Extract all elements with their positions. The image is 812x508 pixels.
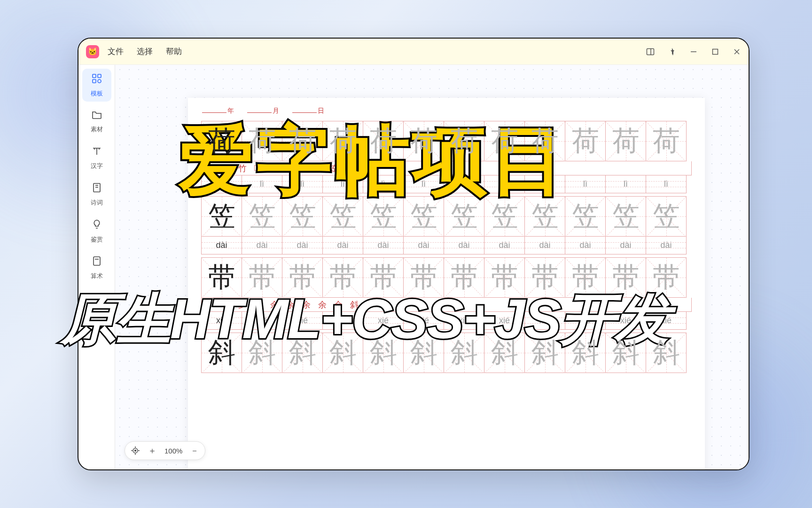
zoom-in-button[interactable]: ＋ — [145, 443, 160, 458]
type-icon — [92, 146, 102, 159]
char-glyph: 荷 — [653, 123, 680, 159]
pinyin-cell: lì — [606, 175, 646, 193]
char-glyph: 带 — [208, 259, 235, 296]
svg-point-9 — [98, 79, 101, 83]
char-cell: 带 — [646, 257, 687, 298]
char-glyph: 笠 — [531, 198, 559, 235]
sidebar-item-label: 诗词 — [91, 198, 103, 207]
char-glyph: 带 — [491, 259, 518, 296]
close-icon[interactable] — [733, 48, 741, 56]
char-glyph: 笠 — [370, 198, 397, 235]
char-glyph: 荷 — [249, 123, 276, 159]
char-glyph: 笠 — [612, 198, 640, 235]
char-glyph: 笠 — [249, 198, 276, 235]
char-cell: 笠 — [565, 196, 606, 237]
char-glyph: 斜 — [208, 334, 235, 371]
char-glyph: 笠 — [451, 198, 478, 235]
folder-icon — [92, 110, 102, 122]
char-glyph: 笠 — [653, 198, 680, 235]
svg-rect-3 — [713, 49, 718, 54]
pinyin-cell: dài — [484, 237, 525, 254]
char-glyph: 斜 — [451, 334, 478, 371]
char-glyph: 笠 — [208, 198, 235, 235]
sidebar-item-4[interactable]: 鉴赏 — [82, 214, 111, 247]
pin-icon[interactable] — [668, 48, 676, 56]
char-glyph: 斜 — [653, 334, 680, 371]
app-window: 🐱 文件 选择 帮助 模板素材汉字诗词鉴赏算术 — [78, 38, 750, 470]
char-cell: 荷 — [606, 121, 646, 161]
svg-rect-10 — [94, 183, 100, 192]
template-icon — [92, 73, 102, 87]
char-glyph: 荷 — [451, 123, 478, 159]
pinyin-cell: lì — [565, 175, 606, 193]
char-cell: 笠 — [646, 196, 687, 237]
pinyin-cell: dài — [444, 237, 484, 254]
sidebar-item-2[interactable]: 汉字 — [82, 141, 111, 174]
maximize-icon[interactable] — [711, 48, 719, 56]
char-glyph: 斜 — [491, 334, 518, 371]
bulb-icon — [92, 219, 102, 232]
char-glyph: 斜 — [572, 334, 599, 371]
char-glyph: 笠 — [289, 198, 316, 235]
sidebar-item-3[interactable]: 诗词 — [82, 178, 111, 211]
sidebar-item-1[interactable]: 素材 — [82, 105, 111, 137]
svg-rect-6 — [93, 74, 96, 78]
char-glyph: 荷 — [329, 123, 357, 159]
pinyin-cell: dài — [282, 237, 323, 254]
char-glyph: 带 — [289, 259, 316, 296]
char-glyph: 斜 — [410, 334, 437, 371]
char-glyph: 斜 — [329, 334, 357, 371]
char-glyph: 笠 — [491, 198, 518, 235]
pinyin-cell: dài — [242, 237, 282, 254]
minimize-icon[interactable] — [689, 48, 698, 56]
calc-icon — [92, 256, 102, 269]
svg-rect-0 — [647, 48, 654, 55]
pinyin-cell: dài — [202, 237, 242, 254]
menu-file[interactable]: 文件 — [108, 46, 124, 57]
pinyin-cell: dài — [646, 237, 687, 254]
sidebar-item-label: 鉴赏 — [91, 235, 103, 244]
char-glyph: 斜 — [531, 334, 559, 371]
book-icon — [92, 183, 102, 196]
locate-button[interactable] — [128, 443, 143, 458]
char-cell: 笠 — [606, 196, 646, 237]
svg-rect-7 — [98, 74, 101, 78]
char-glyph: 带 — [249, 259, 276, 296]
zoom-out-button[interactable]: － — [187, 443, 202, 458]
zoom-value: 100% — [162, 447, 185, 455]
char-glyph: 带 — [329, 259, 357, 296]
char-cell: 荷 — [565, 121, 606, 161]
sidebar-item-5[interactable]: 算术 — [82, 251, 111, 284]
pinyin-cell: dài — [323, 237, 363, 254]
char-glyph: 带 — [531, 259, 559, 296]
char-glyph: 荷 — [208, 123, 235, 159]
zoom-bar: ＋ 100% － — [125, 441, 205, 460]
app-logo: 🐱 — [86, 45, 99, 58]
titlebar: 🐱 文件 选择 帮助 — [78, 39, 749, 65]
char-glyph: 荷 — [612, 123, 640, 159]
char-glyph: 斜 — [289, 334, 316, 371]
sidebar-item-label: 汉字 — [91, 162, 103, 170]
char-glyph: 笠 — [329, 198, 357, 235]
char-glyph: 斜 — [370, 334, 397, 371]
char-glyph: 荷 — [572, 123, 599, 159]
char-glyph: 荷 — [491, 123, 518, 159]
char-glyph: 带 — [410, 259, 437, 296]
char-cell: 荷 — [646, 121, 687, 161]
char-cell: 斜 — [646, 333, 687, 373]
char-glyph: 带 — [572, 259, 599, 296]
menu-help[interactable]: 帮助 — [166, 46, 182, 57]
menu-select[interactable]: 选择 — [137, 46, 153, 57]
char-glyph: 荷 — [410, 123, 437, 159]
svg-rect-8 — [93, 79, 96, 83]
char-glyph: 荷 — [289, 123, 316, 159]
sidebar-item-label: 算术 — [91, 272, 103, 280]
char-glyph: 笠 — [572, 198, 599, 235]
sidebar-item-0[interactable]: 模板 — [82, 69, 111, 102]
char-glyph: 带 — [653, 259, 680, 296]
svg-rect-13 — [94, 257, 100, 265]
canvas-area[interactable]: 年 月 日 荷荷荷荷荷荷荷荷荷荷荷荷丿ハ竹𥫗笠笠笠笠笠笠lìlìlìlìlìlì… — [115, 65, 749, 469]
panel-icon[interactable] — [646, 48, 655, 56]
sidebar-item-label: 素材 — [91, 125, 103, 134]
char-glyph: 斜 — [612, 334, 640, 371]
